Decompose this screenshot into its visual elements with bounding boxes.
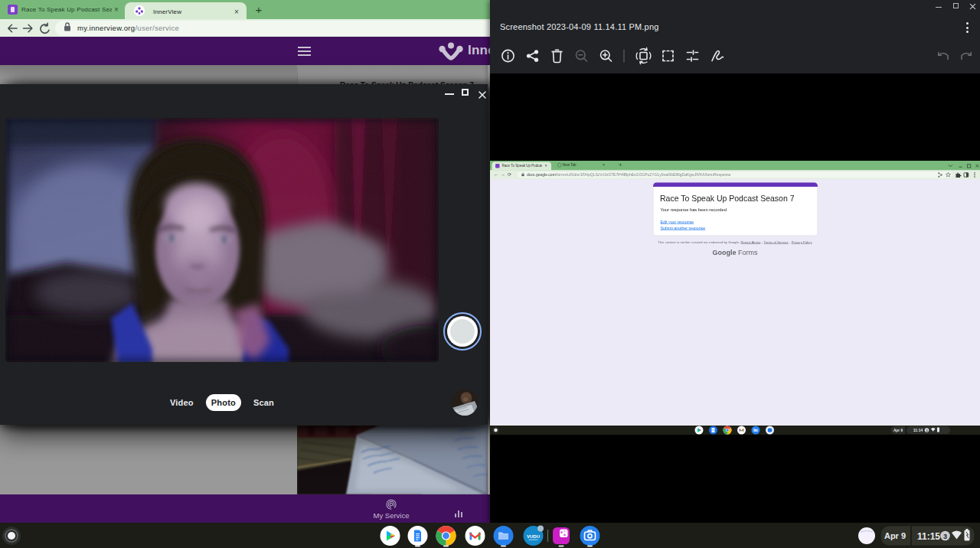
svg-text:VUDU: VUDU: [527, 534, 540, 539]
svg-text:Apr 9: Apr 9: [884, 531, 906, 540]
svg-text:11:15: 11:15: [917, 531, 940, 542]
svg-text:Apr 9: Apr 9: [893, 429, 903, 432]
svg-text:11:14: 11:14: [913, 428, 923, 432]
svg-text:3: 3: [943, 533, 947, 540]
